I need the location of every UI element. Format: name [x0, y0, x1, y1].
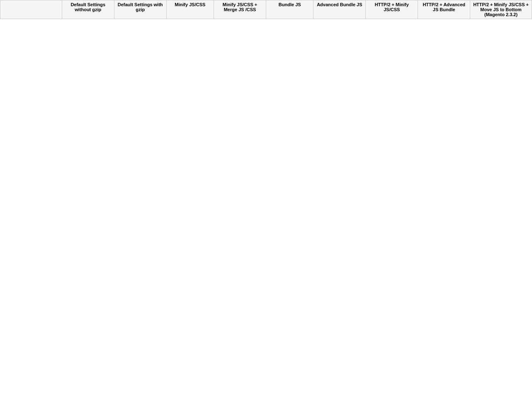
- col-header-default-no-gzip: Default Settings without gzip: [62, 0, 114, 19]
- col-header-http2-minify: HTTP/2 + Minify JS/CSS: [366, 0, 418, 19]
- col-header-minify: Minify JS/CSS: [166, 0, 214, 19]
- col-header-http2-advanced: HTTP/2 + Advanced JS Bundle: [418, 0, 470, 19]
- col-header-default-gzip: Default Settings with gzip: [114, 0, 166, 19]
- col-header-bundle: Bundle JS: [266, 0, 313, 19]
- col-header-http2-move: HTTP/2 + Minify JS/CSS + Move JS to Bott…: [470, 0, 532, 19]
- performance-comparison-table: Default Settings without gzip Default Se…: [0, 0, 532, 19]
- col-header-advanced-bundle: Advanced Bundle JS: [313, 0, 366, 19]
- col-header-page: [0, 0, 62, 19]
- col-header-minify-merge: Minify JS/CSS + Merge JS /CSS: [214, 0, 266, 19]
